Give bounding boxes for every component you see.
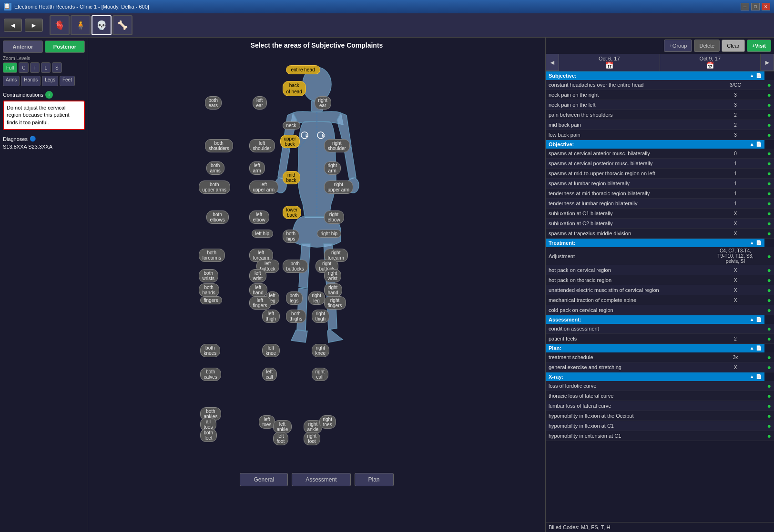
label-right-foot[interactable]: rightfoot	[304, 432, 320, 445]
label-both-wrists[interactable]: bothwrists	[199, 269, 219, 282]
general-button[interactable]: General	[240, 473, 288, 486]
row-action[interactable]: ●	[764, 362, 774, 372]
row-circle-icon[interactable]: ●	[767, 180, 771, 187]
label-right-hip[interactable]: right hip	[317, 230, 342, 238]
row-circle-icon[interactable]: ●	[767, 101, 771, 109]
label-left-upper-arm[interactable]: leftupper arm	[249, 181, 279, 194]
label-left-arm[interactable]: leftarm	[249, 161, 265, 175]
row-circle-icon[interactable]: ●	[767, 286, 771, 294]
row-circle-icon[interactable]: ●	[767, 382, 771, 390]
label-right-leg[interactable]: rightleg	[308, 291, 325, 305]
row-action[interactable]: ●	[764, 169, 774, 179]
row-action[interactable]: ●	[764, 305, 774, 315]
row-action[interactable]: ●	[764, 149, 774, 159]
group-button[interactable]: +Group	[664, 40, 692, 52]
row-action[interactable]: ●	[764, 431, 774, 441]
row-circle-icon[interactable]: ●	[767, 432, 771, 440]
label-left-fingers[interactable]: leftfingers	[249, 296, 271, 310]
row-circle-icon[interactable]: ●	[767, 392, 771, 400]
zoom-full[interactable]: Full	[3, 62, 17, 73]
anterior-button[interactable]: Anterior	[3, 40, 43, 53]
row-circle-icon[interactable]: ●	[767, 353, 771, 361]
avatar-tab-skin[interactable]: 🧍	[71, 15, 91, 35]
row-circle-icon[interactable]: ●	[767, 325, 771, 332]
region-hands[interactable]: Hands	[21, 76, 41, 86]
row-circle-icon[interactable]: ●	[767, 150, 771, 157]
label-both-legs[interactable]: bothlegs	[286, 291, 303, 305]
row-action[interactable]: ●	[764, 247, 774, 265]
row-action[interactable]: ●	[764, 411, 774, 421]
row-action[interactable]: ●	[764, 110, 774, 120]
label-right-elbow[interactable]: rightelbow	[324, 211, 344, 224]
row-circle-icon[interactable]: ●	[767, 230, 771, 237]
label-both-knees[interactable]: bothknees	[200, 344, 221, 357]
label-both-shoulders[interactable]: bothshoulders	[205, 139, 233, 152]
label-both-ears[interactable]: bothears	[205, 96, 222, 110]
row-action[interactable]: ●	[764, 265, 774, 275]
row-circle-icon[interactable]: ●	[767, 335, 771, 342]
row-circle-icon[interactable]: ●	[767, 160, 771, 167]
label-neck[interactable]: neck	[283, 121, 300, 130]
zoom-c[interactable]: C	[19, 62, 29, 73]
plan-button[interactable]: Plan	[355, 473, 394, 486]
row-circle-icon[interactable]: ●	[767, 412, 771, 420]
label-upper-back[interactable]: upperback	[280, 135, 300, 148]
restore-button[interactable]: □	[751, 3, 760, 10]
row-action[interactable]: ●	[764, 295, 774, 305]
row-circle-icon[interactable]: ●	[767, 402, 771, 410]
label-left-calf[interactable]: leftcalf	[262, 368, 277, 381]
label-right-wrist[interactable]: rightwrist	[324, 269, 342, 282]
row-action[interactable]: ●	[764, 334, 774, 344]
label-right-upper-arm[interactable]: rightupper arm	[324, 181, 354, 194]
label-right-calf[interactable]: rightcalf	[312, 368, 328, 381]
row-action[interactable]: ●	[764, 199, 774, 209]
label-left-hip[interactable]: left hip	[252, 230, 273, 238]
label-left-ankle[interactable]: leftankle	[273, 420, 292, 433]
clear-button[interactable]: Clear	[722, 40, 744, 52]
avatar-tab-anterior[interactable]: 🫀	[50, 15, 70, 35]
row-action[interactable]: ●	[764, 229, 774, 239]
label-both-thighs[interactable]: boththighs	[286, 310, 306, 323]
row-circle-icon[interactable]: ●	[767, 306, 771, 314]
label-left-foot[interactable]: leftfoot	[273, 432, 289, 445]
label-left-hand[interactable]: lefthand	[249, 283, 267, 297]
section-toggle-subjective[interactable]: ▲ 📄	[750, 73, 762, 78]
row-action[interactable]: ●	[764, 219, 774, 229]
label-right-hand[interactable]: righthand	[324, 283, 342, 297]
label-left-thigh[interactable]: leftthigh	[262, 310, 280, 323]
minimize-button[interactable]: ─	[741, 3, 749, 10]
visit-button[interactable]: +Visit	[747, 40, 771, 52]
date-next-arrow[interactable]: ►	[761, 54, 774, 71]
zoom-s[interactable]: S	[52, 62, 62, 73]
row-circle-icon[interactable]: ●	[767, 81, 771, 89]
label-both-feet[interactable]: bothfeet	[200, 429, 217, 442]
row-circle-icon[interactable]: ●	[767, 111, 771, 119]
row-circle-icon[interactable]: ●	[767, 131, 771, 139]
label-both-hips[interactable]: bothhips	[283, 230, 299, 243]
row-action[interactable]: ●	[764, 179, 774, 189]
label-both-buttocks[interactable]: bothbuttocks	[283, 260, 308, 273]
label-both-calves[interactable]: bothcalves	[200, 368, 221, 381]
label-both-forearms[interactable]: bothforearms	[199, 249, 225, 262]
region-feet[interactable]: Feet	[60, 76, 75, 86]
row-circle-icon[interactable]: ●	[767, 121, 771, 129]
section-toggle-treatment[interactable]: ▲ 📄	[750, 240, 762, 245]
row-action[interactable]: ●	[764, 275, 774, 285]
zoom-l[interactable]: L	[41, 62, 51, 73]
label-right-toes[interactable]: righttoes	[319, 415, 336, 429]
avatar-tab-xray[interactable]: 🦴	[112, 15, 132, 35]
row-action[interactable]: ●	[764, 100, 774, 110]
row-circle-icon[interactable]: ●	[767, 200, 771, 207]
label-both-elbows[interactable]: bothelbows	[206, 211, 229, 224]
row-action[interactable]: ●	[764, 352, 774, 362]
row-circle-icon[interactable]: ●	[767, 276, 771, 284]
row-circle-icon[interactable]: ●	[767, 190, 771, 197]
row-action[interactable]: ●	[764, 381, 774, 391]
row-circle-icon[interactable]: ●	[767, 220, 771, 227]
label-entire-head[interactable]: entire head	[286, 65, 320, 74]
section-toggle-xray[interactable]: ▲ 📄	[750, 374, 762, 379]
label-back-of-head[interactable]: backof head	[283, 81, 306, 96]
label-right-arm[interactable]: rightarm	[324, 161, 341, 175]
row-circle-icon[interactable]: ●	[767, 170, 771, 177]
label-both-arms[interactable]: botharms	[206, 161, 224, 175]
